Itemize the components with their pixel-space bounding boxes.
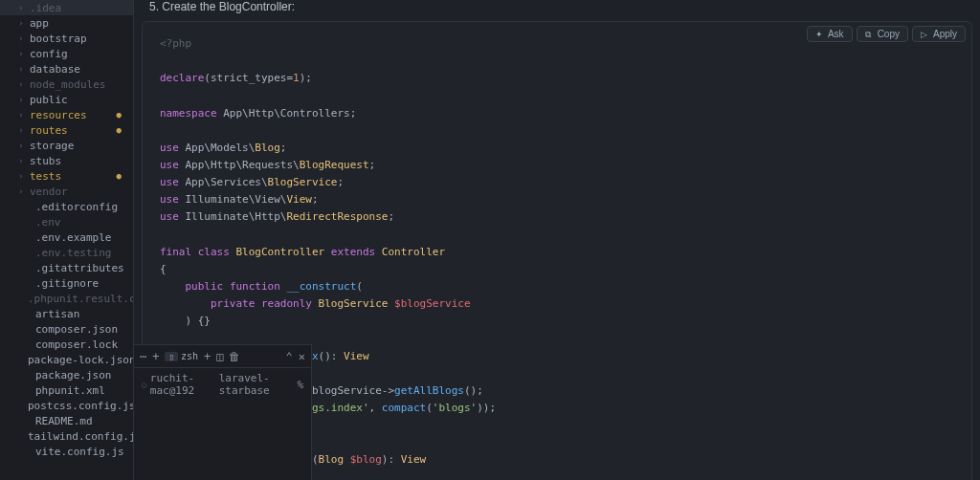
file-package-json[interactable]: package.json [0,367,133,382]
tree-item-label: storage [30,140,74,152]
folder-public[interactable]: ›public [0,92,133,107]
chevron-icon[interactable]: ⌃ [286,350,293,363]
folder-icon: › [17,96,25,104]
folder-icon: › [17,50,25,58]
code-actions: ✦ Ask ⧉ Copy ▷ Apply [807,26,966,42]
folder-icon: › [17,157,25,165]
tree-item-label: package-lock.json [28,354,134,366]
file--phpunit-result-cache[interactable]: .phpunit.result.cache [0,291,133,306]
file-composer-lock[interactable]: composer.lock [0,337,133,352]
file-artisan[interactable]: artisan [0,306,133,321]
file-explorer[interactable]: ›.idea›app›bootstrap›config›database›nod… [0,0,134,480]
split-icon: ▯ [165,352,177,361]
sparkle-icon: ✦ [815,30,825,39]
file--env[interactable]: .env [0,214,133,229]
folder-icon: › [17,111,25,120]
tree-item-label: .gitignore [35,277,99,290]
tree-item-label: node_modules [30,78,105,91]
play-icon: ▷ [921,30,930,39]
folder-resources[interactable]: ›resources● [0,107,133,122]
modified-dot-icon: ● [117,110,122,120]
folder-config[interactable]: ›config [0,46,133,61]
tree-item-label: artisan [35,308,79,320]
file--env-testing[interactable]: .env.testing [0,245,133,260]
tree-item-label: resources [30,109,87,121]
tree-item-label: routes [30,124,68,137]
tree-item-label: config [30,48,68,60]
modified-dot-icon: ● [117,125,122,135]
terminal-panel[interactable]: ⋯ + ▯ zsh + ◫ 🗑 ⌃ ✕ ○ ruchit-mac@192 lar… [134,344,312,480]
folder-database[interactable]: ›database [0,61,133,76]
trash-icon[interactable]: 🗑 [229,350,240,363]
terminal-prompt[interactable]: ○ ruchit-mac@192 laravel-starbase % [134,368,311,401]
tree-item-label: README.md [35,415,93,427]
ask-button[interactable]: ✦ Ask [807,26,853,42]
tree-item-label: .editorconfig [35,201,118,213]
modified-dot-icon: ● [117,171,122,181]
folder-icon: › [17,65,25,74]
file-phpunit-xml[interactable]: phpunit.xml [0,382,133,398]
tree-item-label: tests [30,170,61,183]
folder-stubs[interactable]: ›stubs [0,153,133,168]
add-tab-icon[interactable]: + [204,350,211,363]
tree-item-label: bootstrap [30,33,87,45]
folder-icon: › [17,126,25,135]
folder-bootstrap[interactable]: ›bootstrap [0,31,133,46]
file-postcss-config-js[interactable]: postcss.config.js [0,398,133,413]
file-vite-config-js[interactable]: vite.config.js [0,444,133,459]
folder-app[interactable]: ›app [0,15,133,31]
copy-button[interactable]: ⧉ Copy [857,26,908,42]
tree-item-label: app [30,17,49,30]
tree-item-label: package.json [35,369,111,382]
tree-item-label: .gitattributes [35,262,124,274]
main-area: 5. Create the BlogController: ✦ Ask ⧉ Co… [134,0,980,480]
folder-node_modules[interactable]: ›node_modules [0,76,133,92]
file-README-md[interactable]: README.md [0,413,133,428]
folder-icon: › [17,187,25,196]
folder-storage[interactable]: ›storage [0,138,133,153]
split-pane-icon[interactable]: ◫ [216,350,223,363]
folder-icon: › [17,80,25,89]
prompt-dot-icon: ○ [142,381,146,389]
terminal-tabs: ⋯ + ▯ zsh + ◫ 🗑 ⌃ ✕ [134,345,311,368]
file--env-example[interactable]: .env.example [0,229,133,245]
tree-item-label: vendor [30,185,68,198]
instruction-text: 5. Create the BlogController: [142,0,972,21]
tree-item-label: public [30,94,68,106]
tree-item-label: .env [35,216,61,229]
tree-item-label: composer.lock [35,338,118,351]
folder--idea[interactable]: ›.idea [0,0,133,15]
folder-icon: › [17,172,25,181]
apply-button[interactable]: ▷ Apply [912,26,966,42]
plus-icon[interactable]: + [152,350,159,363]
folder-icon: › [17,4,25,12]
tree-item-label: postcss.config.js [28,400,134,412]
tree-item-label: vite.config.js [35,446,124,458]
file-package-lock-json[interactable]: package-lock.json [0,352,133,367]
tree-item-label: .phpunit.result.cache [28,293,134,305]
file--editorconfig[interactable]: .editorconfig [0,199,133,214]
more-icon[interactable]: ⋯ [140,350,146,363]
folder-routes[interactable]: ›routes● [0,122,133,138]
tree-item-label: .idea [30,2,61,14]
folder-icon: › [17,142,25,150]
tree-item-label: stubs [30,155,61,167]
copy-icon: ⧉ [865,30,875,39]
tree-item-label: phpunit.xml [35,384,105,397]
tree-item-label: database [30,63,80,76]
file--gitattributes[interactable]: .gitattributes [0,260,133,275]
close-icon[interactable]: ✕ [299,350,305,363]
tree-item-label: tailwind.config.js [28,430,134,443]
file--gitignore[interactable]: .gitignore [0,275,133,291]
file-composer-json[interactable]: composer.json [0,321,133,337]
folder-tests[interactable]: ›tests● [0,168,133,184]
tree-item-label: composer.json [35,323,118,336]
folder-vendor[interactable]: ›vendor [0,184,133,199]
folder-icon: › [17,34,25,43]
file-tailwind-config-js[interactable]: tailwind.config.js [0,428,133,444]
tree-item-label: .env.example [35,231,111,244]
terminal-tab[interactable]: ▯ zsh [165,351,197,361]
folder-icon: › [17,19,25,28]
tree-item-label: .env.testing [35,247,111,259]
